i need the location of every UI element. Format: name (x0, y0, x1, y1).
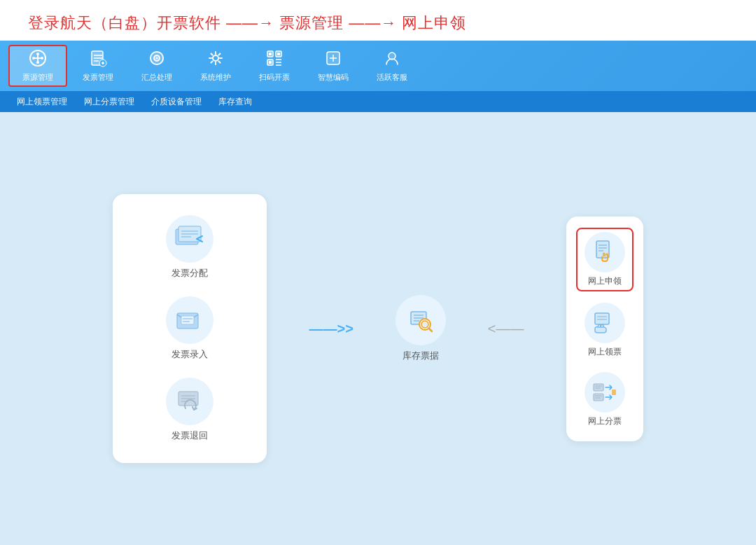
svg-point-5 (36, 53, 39, 55)
ruiku-icon (166, 296, 214, 344)
lingpiao-label: 网上领票 (588, 346, 622, 358)
warehouse-label: 库存票据 (402, 350, 439, 362)
center-card: 发票分配 发票录入 (113, 194, 267, 463)
subnav-wangshang-piaoyuan[interactable]: 网上领票管理 (10, 95, 74, 109)
instruction-text: 登录航天（白盘）开票软件 ——→ 票源管理 ——→ 网上申领 (28, 13, 728, 34)
lingpiao-icon (584, 303, 625, 343)
nav-label-zhihui: 智慧编码 (318, 72, 349, 83)
huizong-icon (148, 49, 166, 70)
zhihui-icon (324, 49, 342, 70)
subnav: 网上领票管理 网上分票管理 介质设备管理 库存查询 (0, 91, 756, 112)
warehouse-box[interactable]: 库存票据 (396, 295, 446, 362)
nav-label-xitong: 系统维护 (200, 72, 231, 83)
arrow-area: ——>> (309, 321, 353, 337)
func-label-tuihui: 发票退回 (172, 429, 208, 442)
title-bar: 登录航天（白盘）开票软件 ——→ 票源管理 ——→ 网上申领 (0, 0, 756, 41)
tuihui-icon (166, 378, 214, 425)
subnav-kucun-chaxun[interactable]: 库存查询 (211, 95, 259, 109)
subnav-wangshang-fenpei[interactable]: 网上分票管理 (77, 95, 141, 109)
nav-item-piaoyuan[interactable]: 票源管理 (8, 45, 67, 87)
arrow-left: <—— (488, 321, 524, 337)
svg-point-50 (421, 321, 428, 328)
subnav-jieshao-shebi[interactable]: 介质设备管理 (144, 95, 209, 109)
func-item-ruiku[interactable]: 发票录入 (166, 296, 214, 361)
shenling-icon (584, 232, 625, 272)
main-content: 发票分配 发票录入 (0, 112, 756, 545)
right-func-shenling[interactable]: 网上申领 (576, 228, 634, 291)
svg-point-6 (36, 61, 39, 64)
fenpiao-icon (584, 372, 625, 413)
svg-rect-68 (612, 389, 616, 395)
arrow-left-area: <—— (488, 321, 524, 337)
svg-point-16 (156, 57, 158, 60)
svg-point-17 (213, 55, 218, 61)
nav-label-saoma: 扫码开票 (259, 72, 290, 83)
svg-rect-65 (594, 394, 603, 401)
fapiao-icon (89, 49, 107, 70)
svg-rect-23 (269, 61, 272, 64)
nav-item-fapiao[interactable]: 发票管理 (70, 45, 126, 87)
right-panel: 网上申领 网上领票 (566, 216, 643, 441)
svg-rect-58 (595, 313, 609, 324)
svg-rect-62 (594, 384, 603, 391)
nav-item-huizong[interactable]: 汇总处理 (129, 45, 185, 87)
nav-item-saoma[interactable]: 扫码开票 (246, 45, 302, 87)
nav-item-xitong[interactable]: 系统维护 (188, 45, 244, 87)
piaoyuan-icon (29, 49, 47, 70)
svg-rect-22 (277, 53, 280, 55)
svg-point-4 (41, 57, 43, 60)
xitong-icon (206, 49, 225, 70)
fenpei-icon (166, 215, 214, 263)
func-item-tuihui[interactable]: 发票退回 (166, 378, 214, 442)
nav-label-huizong: 汇总处理 (141, 72, 172, 83)
nav-item-kefu[interactable]: 活跃客服 (364, 45, 420, 87)
right-func-fenpiao[interactable]: 网上分票 (576, 369, 634, 430)
nav-item-zhihui[interactable]: 智慧编码 (305, 45, 361, 87)
func-label-ruiku: 发票录入 (172, 348, 208, 361)
fenpiao-label: 网上分票 (588, 415, 622, 427)
warehouse-icon (396, 295, 446, 345)
kefu-icon (383, 49, 401, 70)
nav-label-kefu: 活跃客服 (377, 72, 407, 83)
nav-label-piaoyuan: 票源管理 (22, 72, 53, 83)
nav-label-fapiao: 发票管理 (83, 72, 113, 83)
svg-point-3 (32, 57, 35, 60)
func-label-fenpei: 发票分配 (172, 267, 208, 280)
shenling-label: 网上申领 (588, 275, 622, 287)
func-item-fenpei[interactable]: 发票分配 (166, 215, 214, 280)
saoma-icon (265, 49, 284, 70)
svg-rect-21 (269, 53, 272, 55)
right-func-lingpiao[interactable]: 网上领票 (576, 300, 634, 361)
svg-rect-37 (181, 316, 194, 324)
arrow-right: ——>> (309, 321, 353, 337)
navbar: 票源管理 发票管理 (0, 41, 756, 91)
